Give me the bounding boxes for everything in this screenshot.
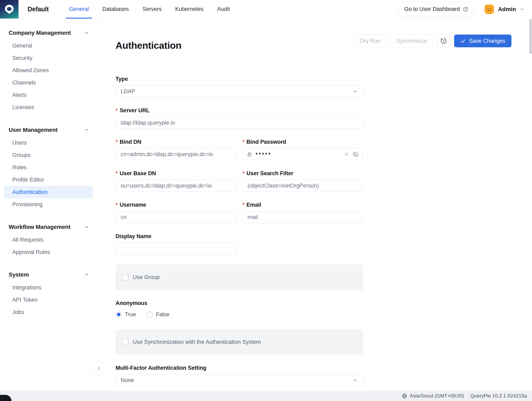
- sidebar-item-allowed-zones[interactable]: Allowed Zones: [4, 64, 93, 76]
- sidebar-item-licenses[interactable]: Licenses: [4, 101, 93, 114]
- tab-servers[interactable]: Servers: [139, 0, 165, 19]
- anonymous-true-label: True: [125, 311, 136, 318]
- sidebar-collapse-button[interactable]: [92, 361, 106, 375]
- chevron-down-icon: [352, 89, 358, 94]
- scrollbar-thumb[interactable]: [530, 19, 532, 54]
- chevron-up-icon: [84, 127, 89, 133]
- username-email-row: Username Email: [115, 202, 363, 233]
- sidebar-item-integrations[interactable]: Integrations: [4, 281, 93, 294]
- section-header-company-management[interactable]: Company Management: [0, 26, 99, 39]
- section-header-system[interactable]: System: [0, 268, 99, 281]
- navbar-divider: [57, 5, 57, 13]
- sidebar-item-users[interactable]: Users: [4, 137, 93, 149]
- version-text: QueryPie 10.2.1-524215a: [470, 393, 527, 399]
- bind-password-input[interactable]: •••••: [242, 148, 363, 160]
- bind-password-field: Bind Password •••••: [242, 139, 363, 160]
- username-input[interactable]: [115, 211, 236, 223]
- anonymous-false-radio[interactable]: [147, 312, 153, 318]
- save-changes-button[interactable]: Save Changes: [454, 35, 512, 47]
- section-header-workflow-management[interactable]: Workflow Management: [0, 220, 99, 234]
- synchronize-button[interactable]: Synchronize: [390, 35, 433, 47]
- sidebar-item-profile-editor[interactable]: Profile Editor: [4, 174, 93, 186]
- bind-password-label: Bind Password: [242, 139, 363, 145]
- use-group-panel: Use Group: [115, 264, 363, 290]
- sidebar-item-api-token[interactable]: API Token: [4, 294, 93, 306]
- sidebar-section-system: System Integrations API Token Jobs: [0, 268, 99, 318]
- user-base-dn-field: User Base DN: [115, 170, 236, 192]
- sidebar: Company Management General Security Allo…: [0, 19, 99, 391]
- tab-kubernetes[interactable]: Kubernetes: [172, 0, 207, 19]
- type-label: Type: [115, 76, 363, 82]
- anonymous-true-radio[interactable]: [115, 312, 122, 318]
- section-title: Workflow Management: [9, 224, 70, 230]
- go-to-user-dashboard-button[interactable]: Go to User Dashboard: [398, 2, 474, 16]
- chevron-down-icon: [352, 377, 358, 383]
- clear-icon[interactable]: [344, 152, 349, 157]
- authentication-form: Type LDAP Server URL Bind DN Bin: [115, 76, 363, 386]
- tab-databases[interactable]: Databases: [99, 0, 132, 19]
- type-field: Type LDAP: [115, 76, 363, 97]
- user-search-filter-field: User Search Filter: [242, 170, 363, 192]
- globe-icon: [402, 393, 407, 399]
- sidebar-item-alerts[interactable]: Alerts: [4, 89, 93, 101]
- email-input[interactable]: [242, 211, 363, 223]
- eye-off-icon[interactable]: [353, 151, 359, 157]
- navbar-right: Go to User Dashboard: [398, 2, 532, 16]
- sidebar-item-roles[interactable]: Roles: [4, 161, 93, 174]
- type-select[interactable]: LDAP: [115, 85, 363, 97]
- use-sync-panel: Use Synchronization with the Authenticat…: [115, 329, 363, 355]
- server-url-label: Server URL: [115, 107, 363, 114]
- bind-dn-field: Bind DN: [115, 139, 236, 160]
- user-search-filter-label: User Search Filter: [242, 170, 363, 177]
- bind-dn-label: Bind DN: [115, 139, 236, 145]
- sidebar-item-provisioning[interactable]: Provisioning: [4, 198, 93, 210]
- use-group-checkbox[interactable]: [122, 274, 128, 280]
- main-content: Authentication Dry Run Synchronize Save …: [99, 19, 532, 391]
- mfa-field: Multi-Factor Authentication Setting None: [115, 365, 363, 386]
- section-title: System: [9, 271, 29, 278]
- display-name-label: Display Name: [115, 233, 363, 240]
- dry-run-button[interactable]: Dry Run: [354, 35, 386, 47]
- sidebar-item-jobs[interactable]: Jobs: [4, 306, 93, 318]
- use-sync-checkbox[interactable]: [122, 339, 128, 345]
- app-screen: Default General Databases Servers Kubern…: [0, 0, 532, 401]
- sidebar-item-channels[interactable]: Channels: [4, 76, 93, 89]
- chevron-up-icon: [84, 272, 89, 277]
- history-button[interactable]: [437, 35, 450, 47]
- sidebar-section-workflow-management: Workflow Management All Requests Approva…: [0, 220, 99, 258]
- mfa-label: Multi-Factor Authentication Setting: [115, 365, 363, 371]
- section-title: User Management: [9, 127, 57, 133]
- sidebar-item-authentication[interactable]: Authentication: [4, 186, 93, 198]
- server-url-field: Server URL: [115, 107, 363, 129]
- username-label: Username: [115, 202, 236, 208]
- sidebar-item-all-requests[interactable]: All Requests: [4, 234, 93, 246]
- sidebar-item-security[interactable]: Security: [4, 52, 93, 64]
- external-link-icon: [463, 6, 468, 12]
- sidebar-item-groups[interactable]: Groups: [4, 149, 93, 161]
- server-url-input[interactable]: [115, 117, 363, 129]
- user-name: Admin: [498, 6, 516, 13]
- timezone: Asia/Seoul (GMT+09:00): [402, 393, 464, 399]
- sidebar-item-general[interactable]: General: [4, 39, 93, 52]
- sidebar-item-approval-rules[interactable]: Approval Rules: [4, 246, 93, 258]
- bind-dn-input[interactable]: [115, 148, 236, 160]
- dashboard-button-label: Go to User Dashboard: [404, 6, 460, 12]
- navbar-tabs: General Databases Servers Kubernetes Aud…: [66, 0, 240, 19]
- lock-icon: [247, 152, 252, 157]
- user-base-dn-input[interactable]: [115, 180, 236, 192]
- email-label: Email: [242, 202, 363, 208]
- tab-general[interactable]: General: [66, 0, 92, 19]
- anonymous-field: Anonymous True False: [115, 300, 363, 318]
- querypie-logo[interactable]: [0, 0, 19, 19]
- querypie-logo-icon: [4, 4, 15, 15]
- timezone-text: Asia/Seoul (GMT+09:00): [410, 393, 464, 399]
- section-title: Company Management: [9, 30, 71, 36]
- display-name-input[interactable]: [115, 243, 236, 255]
- user-search-filter-input[interactable]: [242, 180, 363, 192]
- section-header-user-management[interactable]: User Management: [0, 123, 99, 137]
- username-field: Username: [115, 202, 236, 223]
- mfa-select[interactable]: None: [115, 374, 363, 386]
- tab-audit[interactable]: Audit: [214, 0, 233, 19]
- user-menu[interactable]: Admin: [485, 5, 525, 14]
- user-base-dn-label: User Base DN: [115, 170, 236, 177]
